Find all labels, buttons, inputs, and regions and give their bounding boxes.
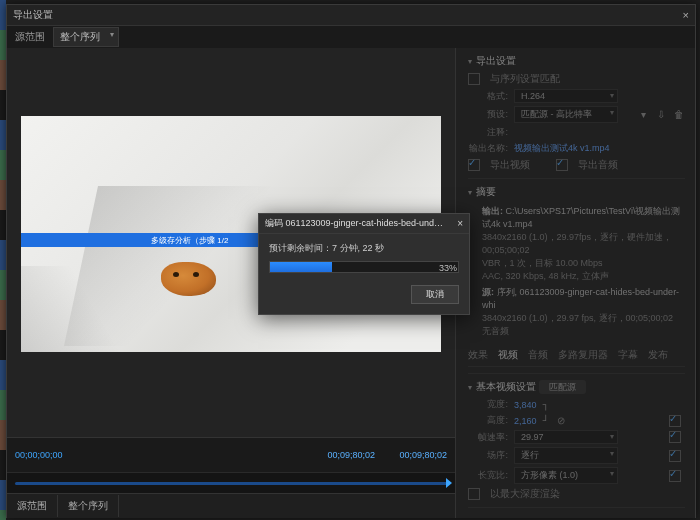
delete-preset-icon[interactable]: 🗑 xyxy=(673,109,685,121)
progress-percent: 33% xyxy=(269,263,457,273)
format-dropdown[interactable]: H.264 xyxy=(514,89,618,103)
height-value[interactable]: 2,160 xyxy=(514,416,537,426)
field-order-dropdown[interactable]: 逐行 xyxy=(514,447,618,464)
scrub-bar[interactable] xyxy=(7,472,455,493)
order-match-checkbox[interactable] xyxy=(669,450,681,462)
right-panel: ▾导出设置 与序列设置匹配 格式:H.264 预设: 匹配源 - 高比特率 ▾ … xyxy=(456,48,695,518)
timeline-bar[interactable]: 00;00;00;00 00;09;80;02 00;09;80;02 xyxy=(7,437,455,472)
dialog-title: 编码 061123009-ginger-cat-hides-bed-under-… xyxy=(265,217,445,230)
analysis-band-label: 多级存分析（步骤 1/2 xyxy=(151,235,228,246)
fps-match-checkbox[interactable] xyxy=(669,431,681,443)
tab-mux[interactable]: 多路复用器 xyxy=(558,348,608,362)
bracket-top: ┐ xyxy=(543,399,549,410)
save-preset-icon[interactable]: ▾ xyxy=(637,109,649,121)
match-source-button[interactable]: 匹配源 xyxy=(539,380,586,394)
tab-captions[interactable]: 字幕 xyxy=(618,348,638,362)
output-name-link[interactable]: 视频输出测试4k v1.mp4 xyxy=(514,142,610,155)
timecode-duration: 00;09;80;02 xyxy=(399,450,447,460)
export-settings-heading: ▾导出设置 xyxy=(468,54,685,68)
titlebar: 导出设置 × xyxy=(7,5,695,26)
foot-tab-range[interactable]: 整个序列 xyxy=(58,495,119,517)
max-depth-checkbox[interactable] xyxy=(468,488,480,500)
timecode-right: 00;09;80;02 xyxy=(327,450,375,460)
import-preset-icon[interactable]: ⇩ xyxy=(655,109,667,121)
encoding-dialog: 编码 061123009-ginger-cat-hides-bed-under-… xyxy=(258,213,470,315)
bracket-bot: ┘ xyxy=(543,415,549,426)
scrub-track[interactable] xyxy=(15,482,447,485)
preset-dropdown[interactable]: 匹配源 - 高比特率 xyxy=(514,106,618,123)
fps-dropdown[interactable]: 29.97 xyxy=(514,430,618,444)
aspect-dropdown[interactable]: 方形像素 (1.0) xyxy=(514,467,618,484)
tab-audio[interactable]: 音频 xyxy=(528,348,548,362)
match-sequence-checkbox[interactable] xyxy=(468,73,480,85)
preview-footer: 源范围 整个序列 xyxy=(7,493,455,518)
export-video-checkbox[interactable] xyxy=(468,159,480,171)
aspect-match-checkbox[interactable] xyxy=(669,470,681,482)
summary-heading: ▾摘要 xyxy=(468,185,685,199)
dialog-cancel-button[interactable]: 取消 xyxy=(411,285,459,304)
settings-tabs: 效果 视频 音频 多路复用器 字幕 发布 xyxy=(468,348,685,367)
dialog-close-icon[interactable]: × xyxy=(457,218,463,229)
width-match-checkbox[interactable] xyxy=(669,415,681,427)
summary-block: 输出: C:\Users\XPS17\Pictures\TestVi\视频输出测… xyxy=(468,203,685,340)
export-audio-checkbox[interactable] xyxy=(556,159,568,171)
tab-effects[interactable]: 效果 xyxy=(468,348,488,362)
source-range-dropdown[interactable]: 整个序列 xyxy=(53,27,119,47)
width-value[interactable]: 3,840 xyxy=(514,400,537,410)
link-dimensions-icon[interactable]: ⊘ xyxy=(555,415,567,427)
window-title: 导出设置 xyxy=(13,8,53,22)
timecode-left[interactable]: 00;00;00;00 xyxy=(15,450,63,460)
foot-tab-source[interactable]: 源范围 xyxy=(7,495,58,517)
tab-publish[interactable]: 发布 xyxy=(648,348,668,362)
tab-video[interactable]: 视频 xyxy=(498,348,518,362)
analysis-band: 多级存分析（步骤 1/2 xyxy=(21,233,281,247)
close-icon[interactable]: × xyxy=(683,9,689,21)
cat-subject xyxy=(161,262,216,296)
source-range-label: 源范围 xyxy=(15,30,45,44)
basic-video-heading: ▾基本视频设置 匹配源 xyxy=(468,380,685,394)
preview-topbar: 源范围 整个序列 xyxy=(7,26,695,48)
eta-text: 预计剩余时间：7 分钟, 22 秒 xyxy=(269,242,459,255)
